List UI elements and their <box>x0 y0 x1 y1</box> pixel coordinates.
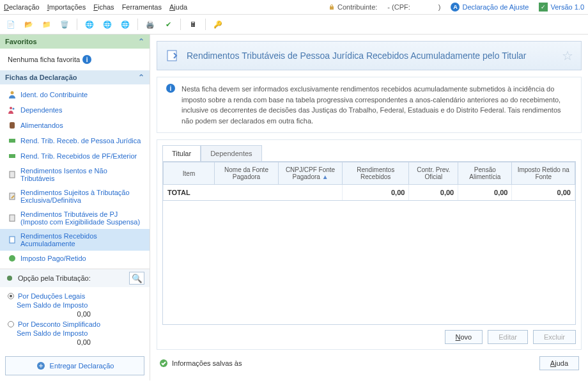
sidebar: Favoritos ⌃ Nenhuma ficha favorita i Fic… <box>0 35 150 380</box>
valor-deducoes: 0,00 <box>17 309 93 319</box>
sidebar-item-alimentandos[interactable]: Alimentandos <box>0 118 150 133</box>
col-item[interactable]: Item <box>164 162 215 185</box>
sidebar-item-ident[interactable]: Ident. do Contribuinte <box>0 87 150 102</box>
toolbar-calc-icon[interactable]: 🖩 <box>186 17 200 31</box>
lock-icon <box>329 4 335 10</box>
content-panel: Titular Dependentes Item Nome da Fonte P… <box>157 139 582 350</box>
info-icon: i <box>166 84 175 93</box>
sidebar-item-rend-exclusiva[interactable]: Rendimentos Sujeitos à Tributação Exclus… <box>0 185 150 207</box>
editar-button[interactable]: Editar <box>488 330 528 344</box>
tributacao-bar: Opção pela Tributação: 🔍 <box>0 269 150 287</box>
versao-info: ✓ Versão 1.0 <box>539 3 584 12</box>
info-panel: i Nesta ficha devem ser informados exclu… <box>157 77 582 133</box>
tax-icon <box>8 254 17 263</box>
valor-simplificado: 0,00 <box>17 337 93 347</box>
favoritos-empty: Nenhuma ficha favorita i <box>0 51 150 68</box>
collapse-icon: ⌃ <box>138 73 144 82</box>
collapse-icon: ⌃ <box>138 37 144 46</box>
svg-point-0 <box>11 91 14 95</box>
col-nome[interactable]: Nome da Fonte Pagadora <box>215 162 279 185</box>
favorite-star-icon[interactable]: ☆ <box>562 48 573 63</box>
entregar-button[interactable]: Entregar Declaração <box>5 356 144 375</box>
col-contr[interactable]: Contr. Prev. Oficial <box>409 162 458 185</box>
money2-icon <box>8 152 17 161</box>
novo-button[interactable]: Novo <box>445 330 483 344</box>
svg-rect-8 <box>10 215 15 221</box>
contribuinte-info: Contribuinte: <box>329 3 377 11</box>
info-icon[interactable]: i <box>82 55 91 64</box>
action-buttons: Novo Editar Excluir <box>162 325 576 344</box>
toolbar-globe1-icon[interactable]: 🌐 <box>82 17 97 31</box>
col-imposto[interactable]: Imposto Retido na Fonte <box>512 162 575 185</box>
svg-rect-13 <box>167 51 176 61</box>
menu-importacoes[interactable]: Importações <box>47 3 86 11</box>
check-icon <box>159 359 168 368</box>
tab-titular[interactable]: Titular <box>162 145 201 161</box>
doc2-icon <box>8 192 17 201</box>
toolbar-open-icon[interactable]: 📂 <box>22 17 36 31</box>
svg-point-2 <box>13 108 15 110</box>
sem-saldo-2: Sem Saldo de Imposto <box>17 329 142 337</box>
doc-icon <box>8 170 17 179</box>
col-cnpj[interactable]: CNPJ/CPF Fonte Pagadora ▲ <box>279 162 343 185</box>
menu-fichas[interactable]: Fichas <box>93 3 114 11</box>
tab-dependentes[interactable]: Dependentes <box>201 145 261 161</box>
svg-point-10 <box>9 255 15 262</box>
toolbar-check-icon[interactable]: ✔ <box>161 17 175 31</box>
sidebar-item-rend-isentos[interactable]: Rendimentos Isentos e Não Tributáveis <box>0 164 150 185</box>
fichas-header[interactable]: Fichas da Declaração ⌃ <box>0 70 150 84</box>
gear-icon <box>5 274 14 283</box>
sort-asc-icon: ▲ <box>322 173 329 180</box>
money-icon <box>8 136 17 145</box>
toolbar-new-icon[interactable]: 📄 <box>4 17 18 31</box>
svg-point-1 <box>10 107 12 109</box>
status-bar: Informações salvas às Ajuda <box>157 352 582 374</box>
page-title: Rendimentos Tributáveis de Pessoa Jurídi… <box>187 51 527 61</box>
toolbar-globe3-icon[interactable]: 🌐 <box>118 17 132 31</box>
menu-declaracao[interactable]: Declaração <box>4 3 40 11</box>
cpf-info: - (CPF: ) <box>387 3 440 11</box>
toolbar-key-icon[interactable]: 🔑 <box>211 17 225 31</box>
sidebar-item-dependentes[interactable]: Dependentes <box>0 102 150 118</box>
toolbar-delete-icon[interactable]: 🗑️ <box>58 17 72 31</box>
toolbar-folder-icon[interactable]: 📁 <box>40 17 54 31</box>
toolbar-print-icon[interactable]: 🖨️ <box>143 17 157 31</box>
col-rend[interactable]: Rendimentos Recebidos <box>343 162 409 185</box>
toolbar-globe2-icon[interactable]: 🌐 <box>100 17 114 31</box>
toolbar: 📄 📂 📁 🗑️ 🌐 🌐 🌐 🖨️ ✔ 🖩 🔑 <box>0 15 588 35</box>
svg-rect-3 <box>10 122 15 129</box>
sidebar-item-imposto[interactable]: Imposto Pago/Retido <box>0 251 150 266</box>
badge-a-icon: A <box>451 3 460 12</box>
sidebar-item-rend-exig[interactable]: Rendimentos Tributáveis de PJ (Imposto c… <box>0 207 150 229</box>
status-text: Informações salvas às <box>172 359 242 367</box>
declaracao-ajuste-badge: A Declaração de Ajuste <box>451 3 529 12</box>
sidebar-item-rend-pf[interactable]: Rend. Trib. Recebidos de PF/Exterior <box>0 148 150 164</box>
version-icon: ✓ <box>539 3 548 12</box>
food-icon <box>8 121 17 130</box>
page-icon <box>165 48 180 63</box>
sidebar-item-rend-pj[interactable]: Rend. Trib. Receb. de Pessoa Jurídica <box>0 133 150 148</box>
main-area: Rendimentos Tributáveis de Pessoa Jurídi… <box>150 35 588 380</box>
svg-rect-5 <box>9 154 15 158</box>
excluir-button[interactable]: Excluir <box>533 330 576 344</box>
radio-off-icon <box>8 321 14 327</box>
ajuda-button[interactable]: Ajuda <box>539 356 579 370</box>
tributacao-options: Por Deduções Legais Sem Saldo de Imposto… <box>0 287 150 351</box>
sem-saldo-1: Sem Saldo de Imposto <box>17 301 142 309</box>
menu-ajuda[interactable]: Ajuda <box>169 3 187 11</box>
menu-ferramentas[interactable]: Ferramentas <box>122 3 162 11</box>
person-icon <box>8 90 17 99</box>
globe-send-icon <box>36 361 46 371</box>
svg-point-11 <box>7 276 12 281</box>
opt-simplificado[interactable]: Por Desconto Simplificado <box>8 320 142 328</box>
opt-deducoes[interactable]: Por Deduções Legais <box>8 292 142 300</box>
col-pensao[interactable]: Pensão Alimentícia <box>458 162 512 185</box>
svg-rect-9 <box>10 237 15 243</box>
people-icon <box>8 106 17 114</box>
tabs: Titular Dependentes <box>162 145 576 161</box>
page-title-bar: Rendimentos Tributáveis de Pessoa Jurídi… <box>157 41 582 70</box>
favoritos-header[interactable]: Favoritos ⌃ <box>0 35 150 49</box>
sidebar-item-rend-acumulado[interactable]: Rendimentos Recebidos Acumuladamente <box>0 229 150 251</box>
doc3-icon <box>8 214 17 223</box>
tributacao-search-button[interactable]: 🔍 <box>129 272 144 285</box>
